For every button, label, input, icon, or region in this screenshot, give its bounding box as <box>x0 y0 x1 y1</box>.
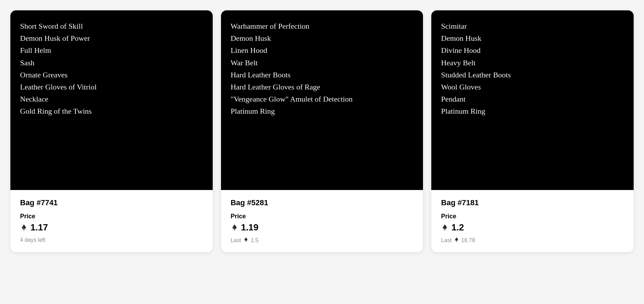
item-text-5: Hard Leather Gloves of Rage <box>231 81 414 93</box>
price-label: Price <box>441 213 624 220</box>
price-label: Price <box>231 213 414 220</box>
last-prefix: Last <box>231 237 241 244</box>
card-info: Bag #5281Price 1.19Last 1.5 <box>221 190 423 252</box>
card-image: Short Sword of SkillDemon Husk of PowerF… <box>10 10 213 190</box>
item-text-5: Wool Gloves <box>441 81 624 93</box>
bag-number: Bag #7741 <box>20 198 203 207</box>
item-text-6: "Vengeance Glow" Amulet of Detection <box>231 93 414 105</box>
item-text-3: War Belt <box>231 57 414 69</box>
item-text-0: Warhammer of Perfection <box>231 20 414 32</box>
cards-container: Short Sword of SkillDemon Husk of PowerF… <box>7 7 637 256</box>
secondary-info: 4 days left <box>20 237 203 243</box>
card-image: ScimitarDemon HuskDivine HoodHeavy BeltS… <box>431 10 634 190</box>
item-text-6: Pendant <box>441 93 624 105</box>
eth-icon <box>441 224 449 231</box>
card-card-5281[interactable]: Warhammer of PerfectionDemon HuskLinen H… <box>221 10 423 252</box>
last-value: 1.5 <box>251 237 258 244</box>
item-text-0: Short Sword of Skill <box>20 20 203 32</box>
eth-icon-small <box>243 237 249 244</box>
last-prefix: Last <box>441 237 451 244</box>
price-row: 1.2 <box>441 222 624 233</box>
card-card-7181[interactable]: ScimitarDemon HuskDivine HoodHeavy BeltS… <box>431 10 634 252</box>
price-value: 1.2 <box>451 222 464 233</box>
secondary-info: Last 16.78 <box>441 237 624 244</box>
item-text-4: Studded Leather Boots <box>441 69 624 81</box>
secondary-info: Last 1.5 <box>231 237 414 244</box>
item-text-2: Linen Hood <box>231 44 414 56</box>
item-text-1: Demon Husk of Power <box>20 32 203 44</box>
card-image: Warhammer of PerfectionDemon HuskLinen H… <box>221 10 423 190</box>
item-text-6: Necklace <box>20 93 203 105</box>
card-card-7741[interactable]: Short Sword of SkillDemon Husk of PowerF… <box>10 10 213 252</box>
price-row: 1.17 <box>20 222 203 233</box>
eth-icon <box>20 224 28 231</box>
item-text-1: Demon Husk <box>441 32 624 44</box>
price-value: 1.17 <box>30 222 48 233</box>
item-text-4: Ornate Greaves <box>20 69 203 81</box>
card-info: Bag #7181Price 1.2Last 16.78 <box>431 190 634 252</box>
price-row: 1.19 <box>231 222 414 233</box>
item-text-7: Platinum Ring <box>441 105 624 117</box>
item-text-2: Full Helm <box>20 44 203 56</box>
item-text-7: Platinum Ring <box>231 105 414 117</box>
item-text-3: Sash <box>20 57 203 69</box>
bag-number: Bag #5281 <box>231 198 414 207</box>
eth-icon <box>231 224 238 231</box>
item-text-3: Heavy Belt <box>441 57 624 69</box>
card-info: Bag #7741Price 1.174 days left <box>10 190 213 251</box>
item-text-4: Hard Leather Boots <box>231 69 414 81</box>
item-text-1: Demon Husk <box>231 32 414 44</box>
price-value: 1.19 <box>241 222 259 233</box>
eth-icon-small <box>454 237 459 244</box>
price-label: Price <box>20 213 203 220</box>
last-value: 16.78 <box>461 237 475 244</box>
item-text-7: Gold Ring of the Twins <box>20 105 203 117</box>
item-text-0: Scimitar <box>441 20 624 32</box>
item-text-2: Divine Hood <box>441 44 624 56</box>
item-text-5: Leather Gloves of Vitriol <box>20 81 203 93</box>
bag-number: Bag #7181 <box>441 198 624 207</box>
